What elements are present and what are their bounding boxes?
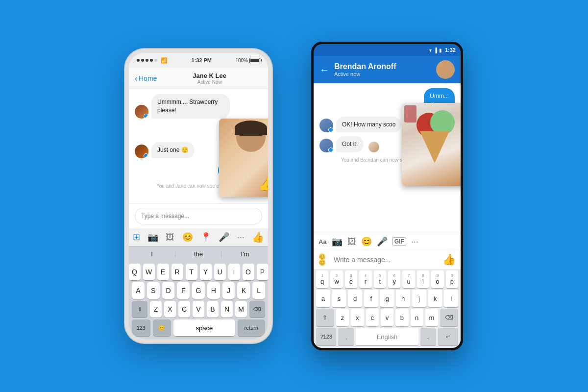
key-A[interactable]: A [132, 282, 145, 299]
android-like-button[interactable]: 👍 [442, 253, 456, 266]
more-icon[interactable]: ··· [237, 232, 245, 243]
suggestion-2[interactable]: the [175, 250, 222, 258]
key-Q[interactable]: Q [129, 264, 141, 280]
contact-status: Active Now [157, 79, 262, 85]
key-E[interactable]: E [157, 264, 169, 280]
android-key-backspace[interactable]: ⌫ [440, 309, 458, 326]
android-key-q[interactable]: 1 q [316, 270, 328, 288]
android-num-row: 1 q 2 w 3 e 4 r 5 t [314, 269, 461, 288]
android-key-a[interactable]: a [316, 290, 330, 307]
key-J[interactable]: J [222, 282, 235, 299]
android-key-l[interactable]: l [444, 290, 458, 307]
android-key-h[interactable]: h [396, 290, 410, 307]
android-key-t[interactable]: 5 t [374, 270, 386, 288]
key-X[interactable]: X [164, 301, 176, 318]
key-K[interactable]: K [237, 282, 250, 299]
suggestion-1[interactable]: I [129, 250, 175, 258]
android-msg-text-3: Got it! [342, 141, 358, 147]
android-back-button[interactable]: ← [319, 64, 329, 75]
message-input[interactable] [135, 208, 262, 224]
android-photo-icon[interactable]: 🖼 [347, 237, 356, 247]
android-mic-icon[interactable]: 🎤 [377, 236, 388, 247]
key-backspace[interactable]: ⌫ [249, 301, 265, 318]
key-shift[interactable]: ⇧ [132, 301, 147, 318]
android-key-comma[interactable]: , [338, 328, 354, 345]
android-key-n[interactable]: n [411, 309, 423, 326]
key-Z[interactable]: Z [150, 301, 162, 318]
android-key-m[interactable]: m [425, 309, 438, 326]
android-key-k[interactable]: k [428, 290, 442, 307]
key-W[interactable]: W [143, 264, 155, 280]
location-icon[interactable]: 📍 [200, 232, 211, 243]
like-icon[interactable]: 👍 [252, 231, 264, 243]
iphone-suggestions: I the I'm [129, 246, 268, 262]
android-more-icon[interactable]: ··· [411, 237, 418, 247]
key-U[interactable]: U [214, 264, 226, 280]
android-key-enter[interactable]: ↵ [438, 328, 458, 345]
android-key-w[interactable]: 2 w [330, 270, 343, 288]
key-R[interactable]: R [172, 264, 183, 280]
iphone-device: 📶 1:32 PM 100% ‹ Home Jane K Lee Active … [125, 49, 272, 343]
android-key-j[interactable]: j [412, 290, 426, 307]
android-gif-icon[interactable]: GIF [392, 237, 406, 246]
android-aa-icon[interactable]: Aa [318, 238, 327, 245]
android-key-x[interactable]: x [351, 309, 364, 326]
key-H[interactable]: H [207, 282, 220, 299]
key-L[interactable]: L [252, 282, 265, 299]
android-key-f[interactable]: f [364, 290, 378, 307]
android-key-shift[interactable]: ⇧ [316, 309, 334, 326]
android-key-i[interactable]: 8 i [417, 270, 429, 288]
photo-icon[interactable]: 🖼 [166, 232, 174, 243]
key-Y[interactable]: Y [200, 264, 212, 280]
camera-icon[interactable]: 📷 [147, 232, 158, 243]
message-bubble-1: Ummmm.... Strawberry please! [151, 94, 230, 119]
android-key-v[interactable]: v [381, 309, 393, 326]
android-message-input[interactable] [334, 256, 439, 264]
key-S[interactable]: S [147, 282, 160, 299]
android-key-g[interactable]: g [380, 290, 394, 307]
key-V[interactable]: V [193, 301, 204, 318]
key-123[interactable]: 123 [132, 319, 150, 336]
key-T[interactable]: T [186, 264, 197, 280]
android-key-space[interactable]: English [356, 328, 418, 345]
android-key-s[interactable]: s [332, 290, 346, 307]
android-key-y[interactable]: 6 y [388, 270, 400, 288]
key-M[interactable]: M [235, 301, 247, 318]
back-button[interactable]: ‹ Home [135, 74, 157, 83]
android-bottom-row: ?123 , English . ↵ [314, 326, 461, 348]
android-key-e[interactable]: 3 e [345, 270, 357, 288]
key-return[interactable]: return [238, 319, 265, 336]
signal-dot-1 [137, 59, 140, 62]
key-P[interactable]: P [257, 264, 269, 280]
android-emoji-icon[interactable]: 😊 [361, 236, 372, 247]
key-I[interactable]: I [228, 264, 240, 280]
key-B[interactable]: B [207, 301, 219, 318]
android-key-u[interactable]: 7 u [402, 270, 415, 288]
android-key-r[interactable]: 4 r [359, 270, 371, 288]
key-G[interactable]: G [192, 282, 205, 299]
key-C[interactable]: C [178, 301, 190, 318]
apps-icon[interactable]: ⊞ [133, 232, 140, 243]
key-D[interactable]: D [162, 282, 175, 299]
key-emoji[interactable]: 😊 [153, 319, 172, 336]
android-camera-icon[interactable]: 📷 [332, 236, 343, 247]
iphone-chat-area: Ummmm.... Strawberry please! OK! How Jus… [129, 89, 268, 203]
android-key-p[interactable]: 0 p [446, 270, 458, 288]
android-contact-status: Active now [334, 71, 396, 77]
android-key-sym[interactable]: ?123 [316, 328, 336, 345]
mic-icon[interactable]: 🎤 [219, 232, 229, 243]
key-F[interactable]: F [177, 282, 190, 299]
key-N[interactable]: N [221, 301, 233, 318]
suggestion-3[interactable]: I'm [222, 250, 268, 258]
iphone-input-area [129, 203, 268, 228]
android-key-z[interactable]: z [336, 309, 349, 326]
android-key-period[interactable]: . [420, 328, 436, 345]
android-key-o[interactable]: 9 o [431, 270, 443, 288]
android-key-c[interactable]: c [366, 309, 379, 326]
emoji-icon[interactable]: 😊 [182, 232, 193, 243]
key-space[interactable]: space [173, 319, 235, 336]
android-key-b[interactable]: b [395, 309, 408, 326]
android-key-d[interactable]: d [348, 290, 362, 307]
signal-dot-3 [146, 59, 148, 62]
key-O[interactable]: O [243, 264, 254, 280]
